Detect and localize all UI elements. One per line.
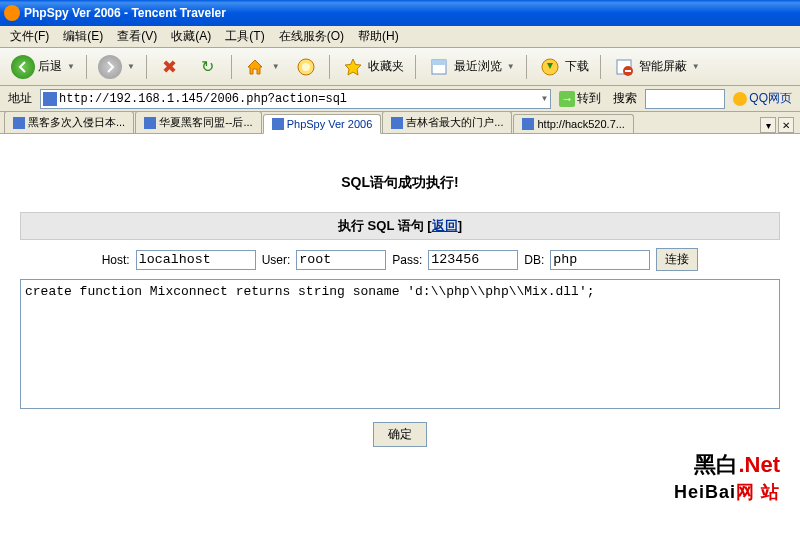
success-message: SQL语句成功执行!	[20, 174, 780, 192]
menu-online[interactable]: 在线服务(O)	[273, 26, 350, 47]
search-label: 搜索	[609, 90, 641, 107]
svg-point-1	[302, 63, 310, 71]
menu-tools[interactable]: 工具(T)	[219, 26, 270, 47]
host-input[interactable]	[136, 250, 256, 270]
watermark: 黑白.Net HeiBai网 站	[674, 450, 780, 467]
forward-icon	[98, 55, 122, 79]
star-icon	[341, 55, 365, 79]
tab-label: PhpSpy Ver 2006	[287, 118, 373, 130]
section-title-suffix: ]	[458, 218, 462, 233]
tab-label: 黑客多次入侵日本...	[28, 115, 125, 130]
separator	[329, 55, 330, 79]
submit-row: 确定	[20, 422, 780, 447]
download-icon	[538, 55, 562, 79]
back-icon	[11, 55, 35, 79]
svg-rect-3	[432, 60, 446, 65]
sql-query-textarea[interactable]	[20, 279, 780, 409]
qq-label: QQ网页	[749, 90, 792, 107]
tab-1[interactable]: 华夏黑客同盟--后...	[135, 111, 262, 133]
db-connection-row: Host: User: Pass: DB: 连接	[20, 248, 780, 271]
go-icon: →	[559, 91, 575, 107]
stop-button[interactable]: ✖	[153, 52, 187, 82]
tab-label: 吉林省最大的门户...	[406, 115, 503, 130]
tab-favicon	[391, 117, 403, 129]
tab-close-button[interactable]: ✕	[778, 117, 794, 133]
tab-2[interactable]: PhpSpy Ver 2006	[263, 114, 382, 134]
tab-label: 华夏黑客同盟--后...	[159, 115, 253, 130]
window-title: PhpSpy Ver 2006 - Tencent Traveler	[24, 6, 226, 20]
menu-edit[interactable]: 编辑(E)	[57, 26, 109, 47]
db-label: DB:	[524, 253, 544, 267]
page-favicon	[43, 92, 57, 106]
tab-menu-button[interactable]: ▾	[760, 117, 776, 133]
search-icon	[294, 55, 318, 79]
chevron-down-icon[interactable]: ▼	[540, 94, 548, 103]
menu-file[interactable]: 文件(F)	[4, 26, 55, 47]
tab-3[interactable]: 吉林省最大的门户...	[382, 111, 512, 133]
svg-rect-7	[625, 70, 631, 72]
forward-button[interactable]: ▼	[93, 52, 140, 82]
app-icon	[4, 5, 20, 21]
back-label: 后退	[38, 58, 62, 75]
smartblock-button[interactable]: 智能屏蔽 ▼	[607, 52, 705, 82]
pass-input[interactable]	[428, 250, 518, 270]
section-title-prefix: 执行 SQL 语句 [	[338, 218, 432, 233]
user-label: User:	[262, 253, 291, 267]
return-link[interactable]: 返回	[432, 218, 458, 233]
history-label: 最近浏览	[454, 58, 502, 75]
search-input[interactable]	[645, 89, 725, 109]
qq-link[interactable]: QQ网页	[729, 90, 796, 107]
search-button[interactable]	[289, 52, 323, 82]
tab-favicon	[272, 118, 284, 130]
tab-favicon	[144, 117, 156, 129]
chevron-down-icon: ▼	[67, 62, 75, 71]
qq-icon	[733, 92, 747, 106]
favorites-button[interactable]: 收藏夹	[336, 52, 409, 82]
separator	[231, 55, 232, 79]
chevron-down-icon: ▼	[692, 62, 700, 71]
pass-label: Pass:	[392, 253, 422, 267]
submit-button[interactable]: 确定	[373, 422, 427, 447]
home-button[interactable]: ▼	[238, 52, 285, 82]
stop-icon: ✖	[158, 55, 182, 79]
menu-help[interactable]: 帮助(H)	[352, 26, 405, 47]
home-icon	[243, 55, 267, 79]
toolbar: 后退 ▼ ▼ ✖ ↻ ▼ 收藏夹 最近浏览 ▼	[0, 48, 800, 86]
separator	[526, 55, 527, 79]
host-label: Host:	[102, 253, 130, 267]
page-content: SQL语句成功执行! 执行 SQL 语句 [返回] Host: User: Pa…	[0, 134, 800, 467]
tabbar-controls: ▾ ✕	[758, 117, 796, 133]
db-input[interactable]	[550, 250, 650, 270]
tab-label: http://hack520.7...	[537, 118, 624, 130]
menu-view[interactable]: 查看(V)	[111, 26, 163, 47]
back-button[interactable]: 后退 ▼	[6, 52, 80, 82]
user-input[interactable]	[296, 250, 386, 270]
download-label: 下载	[565, 58, 589, 75]
tab-favicon	[522, 118, 534, 130]
download-button[interactable]: 下载	[533, 52, 594, 82]
go-label: 转到	[577, 90, 601, 107]
refresh-button[interactable]: ↻	[191, 52, 225, 82]
separator	[600, 55, 601, 79]
menubar: 文件(F) 编辑(E) 查看(V) 收藏(A) 工具(T) 在线服务(O) 帮助…	[0, 26, 800, 48]
address-label: 地址	[4, 90, 36, 107]
go-button[interactable]: → 转到	[555, 90, 605, 107]
address-input-wrap[interactable]: ▼	[40, 89, 551, 109]
history-button[interactable]: 最近浏览 ▼	[422, 52, 520, 82]
smartblock-label: 智能屏蔽	[639, 58, 687, 75]
tab-0[interactable]: 黑客多次入侵日本...	[4, 111, 134, 133]
chevron-down-icon: ▼	[127, 62, 135, 71]
window-titlebar: PhpSpy Ver 2006 - Tencent Traveler	[0, 0, 800, 26]
chevron-down-icon: ▼	[507, 62, 515, 71]
watermark-top: 黑白.Net	[674, 450, 780, 467]
favorites-label: 收藏夹	[368, 58, 404, 75]
menu-favorites[interactable]: 收藏(A)	[165, 26, 217, 47]
connect-button[interactable]: 连接	[656, 248, 698, 271]
separator	[86, 55, 87, 79]
address-input[interactable]	[59, 92, 538, 106]
refresh-icon: ↻	[196, 55, 220, 79]
tabbar: 黑客多次入侵日本... 华夏黑客同盟--后... PhpSpy Ver 2006…	[0, 112, 800, 134]
tab-4[interactable]: http://hack520.7...	[513, 114, 633, 133]
separator	[415, 55, 416, 79]
history-icon	[427, 55, 451, 79]
